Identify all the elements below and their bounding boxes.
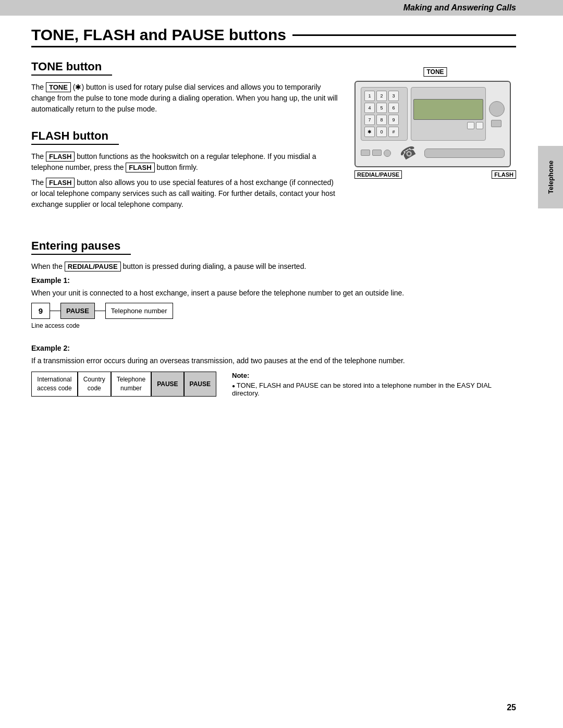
key-3: 3 xyxy=(388,91,399,101)
tone-section: TONE button The TONE (✱) button is used … xyxy=(31,60,339,115)
bottom-btn-2 xyxy=(372,150,382,156)
page-title: TONE, FLASH and PAUSE buttons xyxy=(31,26,516,47)
key-hash: # xyxy=(388,127,399,137)
example1-label: Example 1: xyxy=(31,276,516,285)
entering-pauses-title: Entering pauses xyxy=(31,239,131,255)
right-tab: Telephone xyxy=(538,146,563,208)
diag1-box2: PAUSE xyxy=(60,303,95,319)
display-area xyxy=(411,87,486,141)
handset-bar xyxy=(424,149,505,158)
main-content: TONE, FLASH and PAUSE buttons TONE butto… xyxy=(0,16,563,425)
display-btn-2 xyxy=(476,122,483,129)
flash-button-inline-1: FLASH xyxy=(46,152,75,162)
device-container: 1 2 3 4 5 6 7 8 9 ✱ 0 # xyxy=(354,81,511,167)
key-2: 2 xyxy=(376,91,387,101)
example2-diagram-wrapper: Internationalaccess code Countrycode Tel… xyxy=(31,372,216,400)
example2-block: Example 2: If a transmission error occur… xyxy=(31,344,516,400)
example2-label: Example 2: xyxy=(31,344,516,352)
example2-bottom: Internationalaccess code Countrycode Tel… xyxy=(31,372,516,400)
small-rect-btn xyxy=(491,120,501,127)
diag1-line2 xyxy=(95,311,105,311)
note-box: Note: TONE, FLASH and PAUSE can be store… xyxy=(232,372,516,400)
diag1-box3: Telephone number xyxy=(105,303,173,319)
key-9: 9 xyxy=(388,115,399,125)
device-wrapper: TONE 1 2 3 4 5 6 7 8 xyxy=(354,81,516,179)
diag2-box2: Countrycode xyxy=(78,372,111,397)
diag2-box5: PAUSE xyxy=(184,372,216,397)
example2-diagram: Internationalaccess code Countrycode Tel… xyxy=(31,372,216,397)
example2-desc: If a transmission error occurs during an… xyxy=(31,355,516,366)
key-1: 1 xyxy=(364,91,375,101)
tone-button-inline: TONE xyxy=(46,82,71,92)
example1-block: Example 1: When your unit is connected t… xyxy=(31,276,516,329)
diag2-box1: Internationalaccess code xyxy=(31,372,78,397)
handset-icon: ☎ xyxy=(397,142,420,164)
tone-text-col: TONE button The TONE (✱) button is used … xyxy=(31,60,339,225)
diag2-box4: PAUSE xyxy=(151,372,183,397)
entering-pauses-section: Entering pauses When the REDIAL/PAUSE bu… xyxy=(31,239,516,400)
example1-caption: Line access code xyxy=(31,322,516,329)
device-illustration-col: TONE 1 2 3 4 5 6 7 8 xyxy=(354,60,516,225)
flash-button-inline-3: FLASH xyxy=(46,178,75,188)
bottom-btns xyxy=(361,150,391,157)
diag1-line1 xyxy=(50,311,60,311)
key-4: 4 xyxy=(364,103,375,113)
device-bottom: ☎ xyxy=(361,145,505,161)
flash-section: FLASH button The FLASH button functions … xyxy=(31,129,339,210)
example1-diagram: 9 PAUSE Telephone number xyxy=(31,303,516,319)
display-screen xyxy=(413,99,483,120)
key-6: 6 xyxy=(388,103,399,113)
flash-section-title: FLASH button xyxy=(31,129,119,145)
page-number: 25 xyxy=(507,703,516,712)
header-bar: Making and Answering Calls xyxy=(0,0,563,16)
device-top: 1 2 3 4 5 6 7 8 9 ✱ 0 # xyxy=(361,87,505,141)
display-buttons xyxy=(413,122,483,129)
key-5: 5 xyxy=(376,103,387,113)
entering-pauses-body: When the REDIAL/PAUSE button is pressed … xyxy=(31,261,516,272)
tone-body: The TONE (✱) button is used for rotary p… xyxy=(31,82,339,115)
small-oval-btn xyxy=(384,150,391,157)
key-7: 7 xyxy=(364,115,375,125)
right-tab-label: Telephone xyxy=(547,161,555,194)
circular-dial xyxy=(489,101,505,117)
flash-button-inline-2: FLASH xyxy=(126,163,154,172)
redial-pause-inline: REDIAL/PAUSE xyxy=(65,262,121,272)
device-tone-label: TONE xyxy=(423,67,447,77)
display-btn-1 xyxy=(467,122,474,129)
flash-label: FLASH xyxy=(492,170,516,179)
key-0: 0 xyxy=(376,127,387,137)
tone-section-container: TONE button The TONE (✱) button is used … xyxy=(31,60,516,225)
note-list: TONE, FLASH and PAUSE can be stored into… xyxy=(232,381,516,397)
diag2-box3: Telephonenumber xyxy=(111,372,151,397)
header-title: Making and Answering Calls xyxy=(403,3,516,12)
right-controls xyxy=(489,87,505,141)
flash-para2: The FLASH button also allows you to use … xyxy=(31,177,339,210)
tone-section-title: TONE button xyxy=(31,60,112,76)
keypad-area: 1 2 3 4 5 6 7 8 9 ✱ 0 # xyxy=(361,87,408,141)
example1-desc: When your unit is connected to a host ex… xyxy=(31,288,516,299)
diag1-box1: 9 xyxy=(31,303,50,319)
redial-pause-label: REDIAL/PAUSE xyxy=(354,170,402,179)
key-star: ✱ xyxy=(364,127,375,137)
key-8: 8 xyxy=(376,115,387,125)
flash-para1: The FLASH button functions as the hooksw… xyxy=(31,151,339,173)
note-bullet1: TONE, FLASH and PAUSE can be stored into… xyxy=(232,381,516,397)
bottom-btn-1 xyxy=(361,150,370,156)
device-labels: REDIAL/PAUSE FLASH xyxy=(354,170,516,179)
note-title: Note: xyxy=(232,372,516,379)
